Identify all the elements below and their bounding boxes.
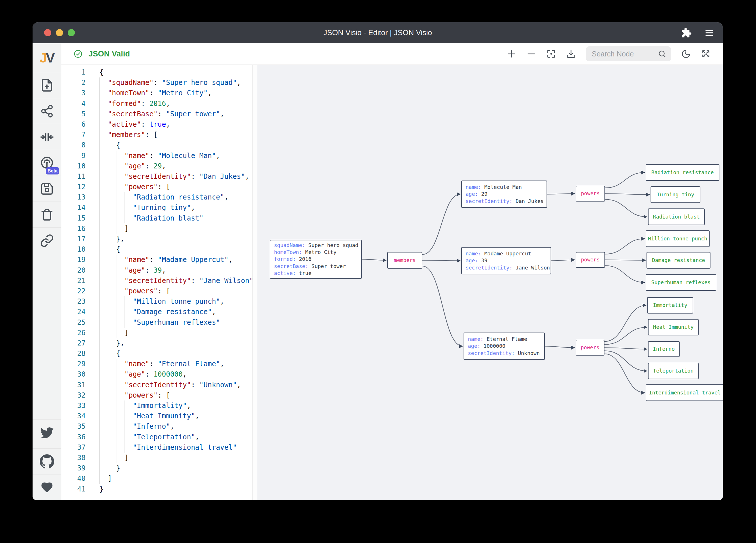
code-line: } [99, 484, 252, 494]
center-view-button[interactable] [546, 49, 556, 59]
zoom-out-button[interactable] [526, 49, 536, 59]
graph-node-p1[interactable]: powers [576, 186, 605, 202]
twitter-link[interactable] [33, 419, 61, 445]
new-document-button[interactable] [33, 72, 61, 98]
code-line: "powers": [ [99, 182, 252, 192]
code-line: { [99, 67, 252, 77]
code-line: ] [99, 328, 252, 338]
line-number: 4 [61, 99, 86, 109]
line-number: 36 [61, 432, 86, 442]
line-number: 16 [61, 224, 86, 234]
line-number: 37 [61, 442, 86, 453]
node-label: members [394, 257, 416, 264]
app-logo[interactable]: JV [33, 43, 61, 72]
graph-node-m3[interactable]: name: Eternal Flameage: 1000000secretIde… [464, 332, 545, 360]
zoom-in-button[interactable] [506, 49, 516, 59]
fit-content-button[interactable] [33, 124, 61, 150]
graph-node-p3[interactable]: powers [576, 340, 604, 355]
graph-node-l2c[interactable]: Superhuman reflexes [646, 274, 716, 291]
live-transform-button[interactable]: Beta [33, 150, 61, 176]
focus-icon [546, 49, 556, 59]
delete-button[interactable] [33, 202, 61, 228]
code-line: "secretIdentity": "Jane Wilson", [99, 275, 252, 286]
github-link[interactable] [33, 448, 61, 474]
beta-badge: Beta [46, 167, 59, 175]
dark-mode-toggle[interactable] [681, 49, 691, 59]
code-line: } [99, 463, 252, 473]
share-nodes-icon [40, 104, 54, 118]
graph-node-root[interactable]: squadName: Super hero squadhomeTown: Met… [270, 240, 362, 279]
graph-canvas[interactable]: squadName: Super hero squadhomeTown: Met… [257, 65, 723, 500]
code-line: "Radiation resistance", [99, 192, 252, 203]
graph-node-l3d[interactable]: Teleportation [648, 363, 699, 379]
code-line: "name": "Madame Uppercut", [99, 255, 252, 265]
line-number: 11 [61, 171, 86, 182]
graph-node-l1a[interactable]: Radiation resistance [646, 164, 719, 181]
line-number: 26 [61, 328, 86, 338]
node-label: Inferno [653, 345, 675, 352]
line-number: 8 [61, 140, 86, 150]
line-number: 19 [61, 255, 86, 265]
node-label: Radiation resistance [651, 169, 714, 176]
expand-icon [701, 49, 711, 59]
plus-icon [506, 49, 516, 59]
line-number: 34 [61, 411, 86, 421]
graph-node-l3a[interactable]: Immortality [647, 297, 693, 313]
line-number: 2 [61, 77, 86, 88]
code-line: "name": "Eternal Flame", [99, 359, 252, 369]
share-button[interactable] [33, 98, 61, 124]
share-link-button[interactable] [33, 228, 61, 254]
node-label: Million tonne punch [648, 235, 707, 242]
extensions-button[interactable] [681, 27, 692, 38]
graph-node-l2b[interactable]: Damage resistance [647, 252, 710, 269]
node-label: powers [581, 344, 599, 351]
node-label: Interdimensional travel [649, 389, 721, 396]
puzzle-icon [681, 27, 692, 38]
moon-icon [681, 49, 691, 59]
save-button[interactable] [33, 176, 61, 202]
app-window: JSON Visio - Editor | JSON Visio JV [33, 22, 723, 500]
graph-node-p2[interactable]: powers [576, 252, 605, 268]
code-line: ] [99, 473, 252, 484]
line-number: 33 [61, 400, 86, 411]
line-number: 41 [61, 484, 86, 494]
graph-node-members[interactable]: members [387, 252, 422, 269]
graph-node-l3c[interactable]: Inferno [648, 341, 680, 357]
graph-node-l1c[interactable]: Radiation blast [648, 209, 705, 225]
code-line: "Radiation blast" [99, 213, 252, 224]
node-label: Superhuman reflexes [651, 279, 711, 286]
code-line: "Inferno", [99, 421, 252, 432]
code-line: "homeTown": "Metro City", [99, 88, 252, 98]
search-node-input[interactable] [592, 50, 658, 58]
titlebar: JSON Visio - Editor | JSON Visio [33, 22, 723, 43]
save-icon [40, 182, 54, 196]
line-number: 5 [61, 109, 86, 119]
graph-node-l1b[interactable]: Turning tiny [651, 186, 700, 203]
line-numbers: 1234567891011121314151617181920212223242… [61, 67, 86, 494]
graph-node-m2[interactable]: name: Madame Uppercutage: 39secretIdenti… [461, 247, 551, 274]
menu-button[interactable] [704, 27, 715, 38]
graph-node-m1[interactable]: name: Molecule Manage: 29secretIdentity:… [461, 181, 547, 208]
node-label: Teleportation [653, 367, 694, 374]
graph-node-l3e[interactable]: Interdimensional travel [646, 384, 723, 401]
graph-node-l3b[interactable]: Heat Immunity [648, 319, 699, 335]
sponsor-link[interactable] [33, 474, 61, 500]
code-line: ] [99, 224, 252, 234]
graph-node-l2a[interactable]: Million tonne punch [646, 230, 710, 247]
code-line: "name": "Molecule Man", [99, 151, 252, 161]
line-number: 24 [61, 306, 86, 317]
search-icon [658, 50, 666, 58]
line-number: 22 [61, 286, 86, 296]
code-editor[interactable]: 1234567891011121314151617181920212223242… [61, 65, 257, 500]
line-number: 12 [61, 182, 86, 192]
code-line: "members": [ [99, 130, 252, 140]
file-plus-icon [40, 78, 54, 92]
download-image-button[interactable] [566, 49, 576, 59]
line-number: 17 [61, 234, 86, 244]
code-lines: { "squadName": "Super hero squad", "home… [99, 67, 252, 494]
fullscreen-button[interactable] [701, 49, 711, 59]
code-line: "Superhuman reflexes" [99, 317, 252, 328]
code-line: ] [99, 453, 252, 463]
editor-scrollbar[interactable] [252, 65, 257, 500]
code-line: "squadName": "Super hero squad", [99, 77, 252, 88]
